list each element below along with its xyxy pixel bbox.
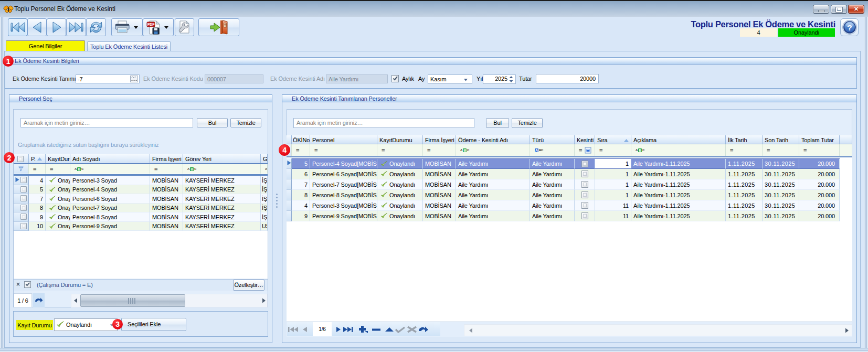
- svg-text:?: ?: [847, 23, 852, 32]
- svg-text:PDF: PDF: [147, 23, 155, 26]
